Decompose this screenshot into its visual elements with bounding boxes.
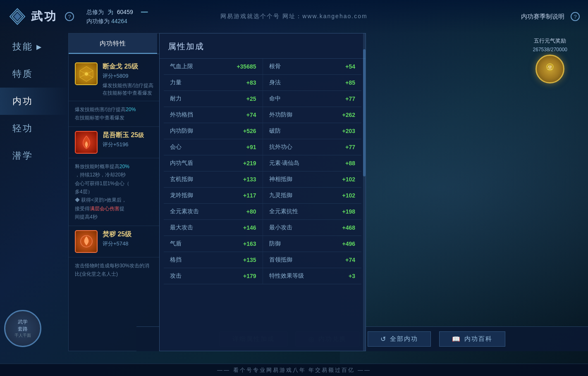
attr-cell-left-7: 玄机抵御 +133 (164, 171, 263, 187)
attr-cell-right-5: 抗外功心 +77 (263, 139, 362, 155)
inner-encyclopedia-icon: 📖 (452, 335, 461, 343)
attr-name-left-13: 攻击 (170, 272, 182, 280)
inner-value: 44264 (111, 18, 127, 24)
attr-cell-right-0: 根骨 +54 (263, 59, 362, 74)
attr-name-left-1: 力量 (170, 79, 182, 86)
attr-row-8: 龙吟抵御 +117 九灵抵御 +102 (164, 188, 361, 204)
attr-value-left-1: +83 (246, 79, 256, 86)
sidebar-skills-label: 技能 (12, 40, 33, 53)
sidebar-item-inner[interactable]: 内功 (0, 88, 68, 115)
attr-cell-right-1: 身法 +85 (263, 75, 362, 90)
inner-encyclopedia-button[interactable]: 📖 内功百科 (439, 331, 505, 347)
attr-name-left-2: 耐力 (170, 95, 182, 102)
attr-value-right-8: +102 (342, 192, 355, 199)
sidebar-item-agility[interactable]: 轻功 (0, 115, 68, 142)
attr-value-left-6: +219 (243, 160, 256, 167)
sidebar-secret-label: 潜学 (12, 150, 33, 162)
total-label: 总修为 (86, 9, 104, 15)
sidebar-skills-arrow: ▶ (36, 43, 43, 51)
top-right-section: 内功赛季制说明 ? (521, 12, 580, 21)
martial-set-line2: 套路 (18, 326, 28, 333)
attr-name-left-5: 会心 (170, 143, 182, 151)
attr-value-right-2: +77 (345, 95, 355, 102)
attr-cell-right-12: 首领抵御 +74 (263, 252, 362, 268)
attr-value-right-9: +198 (342, 208, 355, 215)
attr-row-11: 气盾 +163 防御 +496 (164, 236, 361, 252)
attr-value-right-5: +77 (345, 144, 355, 150)
attr-value-right-4: +203 (342, 128, 355, 134)
attr-cell-right-6: 元素·谪仙岛 +88 (263, 155, 362, 171)
martial-set-button[interactable]: 武学 套路 千人千面 (4, 310, 41, 347)
attr-name-right-9: 全元素抗性 (269, 208, 298, 215)
all-inner-button[interactable]: ↺ 全部内功 (368, 331, 431, 347)
attr-cell-left-11: 气盾 +163 (164, 236, 263, 252)
attr-cell-right-8: 九灵抵御 +102 (263, 188, 362, 203)
attr-value-left-5: +91 (246, 144, 256, 150)
attr-value-right-0: +54 (345, 63, 355, 70)
footer-ticker: —— 看个号专业网易游戏八年 年交易额过百亿 —— (0, 364, 588, 376)
attr-value-right-13: +3 (349, 273, 355, 279)
attr-cell-left-3: 外功格挡 +74 (164, 107, 263, 123)
attr-name-right-2: 命中 (269, 95, 281, 102)
attr-cell-left-13: 攻击 +179 (164, 268, 263, 284)
attr-cell-right-2: 命中 +77 (263, 91, 362, 107)
top-stats: 总修为 为 60459 ━━ 内功修为 44264 (86, 7, 148, 26)
attr-name-left-10: 最大攻击 (170, 224, 193, 231)
attr-cell-right-4: 破防 +203 (263, 123, 362, 139)
attr-name-right-6: 元素·谪仙岛 (269, 159, 300, 167)
attr-value-left-7: +133 (243, 176, 256, 183)
attr-name-left-4: 内功防御 (170, 127, 193, 135)
sidebar-agility-label: 轻功 (12, 122, 33, 135)
attr-name-right-8: 九灵抵御 (269, 192, 292, 199)
attr-name-left-11: 气盾 (170, 240, 182, 247)
attr-cell-right-7: 神相抵御 +102 (263, 171, 362, 187)
attr-name-right-12: 首领抵御 (269, 256, 292, 264)
attr-value-left-2: +25 (246, 95, 256, 102)
attr-row-12: 格挡 +135 首领抵御 +74 (164, 252, 361, 268)
attr-cell-right-10: 最小攻击 +468 (263, 220, 362, 236)
attr-cell-right-11: 防御 +496 (263, 236, 362, 252)
sidebar-inner-label: 内功 (12, 95, 33, 107)
attr-row-4: 内功防御 +526 破防 +203 (164, 123, 361, 139)
attr-name-right-13: 特性效果等级 (269, 272, 304, 280)
attr-name-right-0: 根骨 (269, 63, 281, 70)
attr-value-right-3: +262 (342, 112, 355, 118)
attr-name-left-8: 龙吟抵御 (170, 192, 193, 199)
skill-icon-1 (75, 131, 98, 154)
attr-value-right-10: +468 (342, 224, 355, 231)
attr-name-left-9: 全元素攻击 (170, 208, 199, 215)
app-title: 武功 (31, 9, 57, 24)
attr-panel: 属性加成 气血上限 +35685 根骨 +54 力量 +83 身法 +85 (159, 33, 366, 351)
attr-row-7: 玄机抵御 +133 神相抵御 +102 (164, 171, 361, 188)
sidebar-item-traits[interactable]: 特质 (0, 60, 68, 88)
season-help-icon[interactable]: ? (571, 12, 580, 21)
tab-inner-traits[interactable]: 内功特性 (69, 33, 157, 54)
attr-name-right-7: 神相抵御 (269, 176, 292, 183)
attr-name-right-3: 外功防御 (269, 111, 292, 119)
all-inner-icon: ↺ (380, 335, 387, 343)
attr-table: 气血上限 +35685 根骨 +54 力量 +83 身法 +85 耐 (160, 59, 366, 284)
app-help-icon[interactable]: ? (65, 12, 74, 21)
attr-value-left-12: +135 (243, 257, 256, 263)
scroll-indicator[interactable] (363, 33, 366, 351)
attr-value-left-13: +179 (243, 273, 256, 279)
sidebar-item-secret[interactable]: 潜学 (0, 142, 68, 169)
attr-cell-left-4: 内功防御 +526 (164, 123, 263, 139)
attr-name-right-10: 最小攻击 (269, 224, 292, 231)
attr-cell-right-13: 特性效果等级 +3 (263, 268, 362, 284)
attr-value-right-1: +85 (345, 79, 355, 86)
attr-value-right-12: +74 (345, 257, 355, 263)
attr-value-right-6: +88 (345, 160, 355, 167)
attr-name-left-12: 格挡 (170, 256, 182, 264)
inner-encyclopedia-label: 内功百科 (464, 335, 492, 343)
sidebar-item-skills[interactable]: 技能 ▶ (0, 33, 68, 60)
top-bar: 武功 ? 总修为 为 60459 ━━ 内功修为 44264 网易游戏就选个个号… (0, 0, 588, 33)
attr-cell-left-5: 会心 +91 (164, 139, 263, 155)
attr-value-left-0: +35685 (237, 63, 256, 70)
attr-panel-title: 属性加成 (160, 33, 366, 59)
scroll-thumb (363, 49, 366, 176)
all-inner-label: 全部内功 (390, 335, 418, 343)
inner-kung-season-label: 内功赛季制说明 (521, 13, 564, 21)
attr-cell-right-3: 外功防御 +262 (263, 107, 362, 123)
attr-value-left-10: +146 (243, 224, 256, 231)
